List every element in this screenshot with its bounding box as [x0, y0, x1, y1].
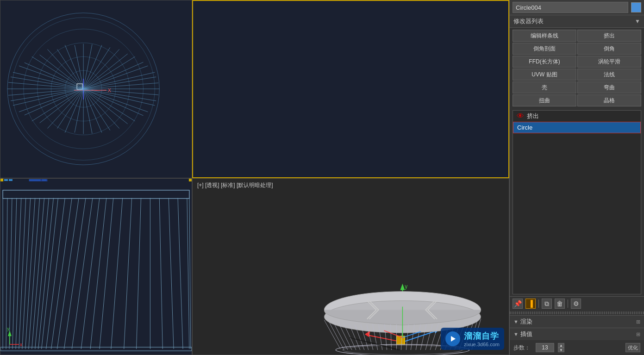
svg-text:y: y — [405, 283, 407, 290]
btn-edit-spline[interactable]: 编辑样条线 — [513, 30, 576, 42]
delete-icon[interactable]: 🗑 — [555, 299, 565, 309]
copy-icon[interactable]: ⧉ — [542, 299, 552, 309]
viewport-bottom-right[interactable]: [+] [透视] [标准] [默认明暗处理] y — [192, 178, 509, 355]
modifier-list-label: 修改器列表 — [513, 17, 544, 25]
section-interpolation[interactable]: ▼ 插值 ⊞ — [510, 328, 644, 340]
render-collapse-arrow: ▼ — [513, 319, 519, 324]
watermark-main-text: 溜溜自学 — [464, 330, 500, 342]
btn-lattice[interactable]: 晶格 — [577, 94, 641, 106]
svg-rect-112 — [9, 179, 13, 181]
modifier-stack: 👁 挤出 Circle — [513, 110, 641, 294]
stack-item-circle[interactable]: Circle — [513, 122, 641, 133]
stack-item-extrude[interactable]: 👁 挤出 — [513, 111, 641, 122]
modifier-buttons-grid: 编辑样条线 挤出 倒角剖面 倒角 FFD(长方体) 涡轮平滑 UVW 贴图 法线… — [510, 28, 644, 108]
color-swatch[interactable] — [631, 2, 641, 12]
svg-rect-110 — [189, 179, 192, 181]
drag-handle — [510, 311, 644, 314]
viewport-top-right[interactable]: y X — [192, 0, 509, 178]
watermark-sub-text: zixue.3d66.com — [464, 342, 500, 347]
interp-pin-icon: ⊞ — [636, 331, 640, 337]
dropdown-arrow-icon: ▼ — [635, 18, 640, 25]
right-panel: 修改器列表 ▼ 编辑样条线 挤出 倒角剖面 倒角 FFD(长方体) 涡轮平滑 U… — [509, 0, 644, 355]
btn-normals[interactable]: 法线 — [577, 69, 641, 81]
interpolation-section: 步数： ▲ ▼ 优化 — [510, 340, 644, 355]
modifier-list-header[interactable]: 修改器列表 ▼ — [510, 15, 644, 28]
svg-rect-115 — [29, 179, 48, 181]
watermark: 溜溜自学 zixue.3d66.com — [441, 328, 504, 350]
eye-icon-extrude[interactable]: 👁 — [517, 112, 524, 120]
btn-bend[interactable]: 弯曲 — [577, 81, 641, 93]
render-pin-icon: ⊞ — [636, 319, 640, 325]
svg-rect-109 — [0, 179, 3, 181]
svg-rect-0 — [0, 0, 192, 178]
btn-ffd[interactable]: FFD(长方体) — [513, 56, 576, 68]
svg-text:y: y — [7, 326, 10, 331]
btn-extrude[interactable]: 挤出 — [577, 30, 641, 42]
svg-rect-111 — [4, 179, 8, 181]
stack-circle-label: Circle — [517, 124, 532, 131]
btn-bevel[interactable]: 倒角 — [577, 43, 641, 55]
stack-extrude-label: 挤出 — [527, 112, 539, 120]
viewport-top-left[interactable]: X — [0, 0, 192, 178]
svg-text:x: x — [20, 342, 23, 347]
object-name-row — [510, 0, 644, 15]
btn-bevel-profile[interactable]: 倒角剖面 — [513, 43, 576, 55]
toolbar-separator — [538, 299, 539, 308]
viewport-bottom-left[interactable]: x y — [0, 178, 192, 355]
object-name-input[interactable] — [513, 2, 628, 13]
steps-row: 步数： ▲ ▼ 优化 — [513, 342, 640, 353]
viewport-area: X — [0, 0, 509, 355]
optimize-button[interactable]: 优化 — [625, 343, 640, 352]
interp-collapse-arrow: ▼ — [513, 331, 519, 337]
interp-section-title: 插值 — [520, 330, 532, 338]
steps-down-btn[interactable]: ▼ — [558, 348, 564, 352]
section-render[interactable]: ▼ 渲染 ⊞ — [510, 315, 644, 328]
steps-spinner: ▲ ▼ — [558, 343, 564, 352]
btn-shell[interactable]: 壳 — [513, 81, 576, 93]
watermark-logo — [445, 331, 460, 346]
btn-turbosmooth[interactable]: 涡轮平滑 — [577, 56, 641, 68]
watermark-text: 溜溜自学 zixue.3d66.com — [464, 330, 500, 347]
pin-icon[interactable]: 📌 — [513, 299, 523, 309]
svg-text:X: X — [108, 87, 112, 93]
svg-marker-206 — [451, 336, 456, 342]
main-layout: X — [0, 0, 644, 355]
steps-value-input[interactable] — [536, 343, 554, 352]
configure-icon[interactable]: ⚙ — [571, 299, 581, 309]
toolbar-separator-2 — [568, 299, 568, 308]
svg-rect-108 — [0, 179, 192, 355]
steps-up-btn[interactable]: ▲ — [558, 343, 564, 348]
btn-twist[interactable]: 扭曲 — [513, 94, 576, 106]
btn-uvw[interactable]: UVW 贴图 — [513, 69, 576, 81]
perspective-label: [+] [透视] [标准] [默认明暗处理] — [197, 181, 273, 189]
highlight-icon[interactable]: ▐ — [525, 299, 536, 309]
steps-label: 步数： — [513, 344, 532, 352]
modifier-toolbar: 📌 ▐ ⧉ 🗑 ⚙ — [510, 296, 644, 311]
render-section-title: 渲染 — [520, 318, 532, 326]
